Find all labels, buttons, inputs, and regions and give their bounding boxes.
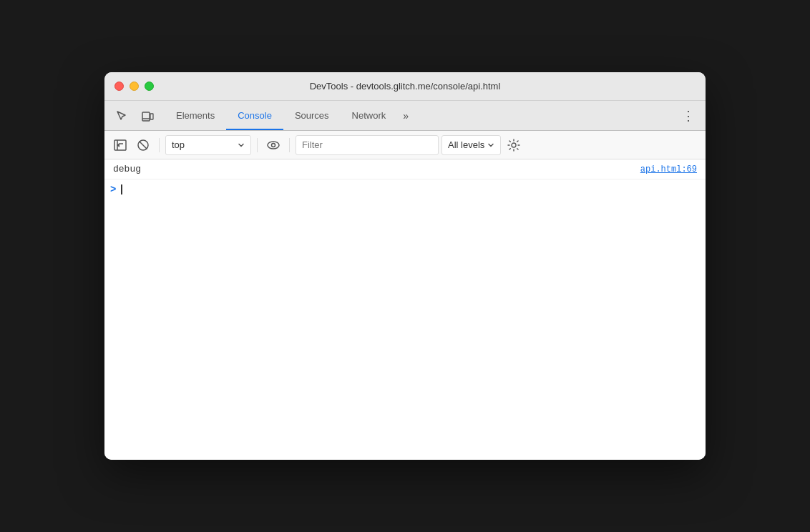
svg-point-10 — [272, 143, 275, 147]
console-cursor — [121, 184, 122, 194]
console-log-entry: debug api.html:69 — [104, 159, 706, 179]
inspect-icon-button[interactable] — [110, 104, 133, 127]
kebab-menu-button[interactable]: ⋮ — [677, 104, 700, 127]
filter-input[interactable] — [302, 139, 432, 150]
svg-rect-3 — [114, 140, 126, 150]
tab-bar: Elements Console Sources Network » ⋮ — [104, 101, 706, 131]
window-title: DevTools - devtools.glitch.me/console/ap… — [310, 81, 501, 92]
context-selector[interactable]: top — [165, 135, 251, 155]
close-button[interactable] — [114, 82, 124, 91]
maximize-button[interactable] — [145, 82, 154, 91]
tab-console[interactable]: Console — [226, 101, 283, 130]
toolbar-divider-2 — [257, 138, 258, 152]
svg-point-11 — [512, 143, 516, 147]
console-prompt: > — [110, 184, 116, 195]
filter-input-wrapper — [296, 135, 439, 155]
toolbar-divider-3 — [289, 138, 290, 152]
log-text: debug — [113, 164, 635, 174]
traffic-lights — [114, 82, 154, 91]
eye-icon-button[interactable] — [263, 135, 283, 155]
tab-bar-end: ⋮ — [677, 101, 700, 130]
console-input-row: > — [104, 179, 706, 200]
tabs-container: Elements Console Sources Network » — [165, 101, 677, 130]
tab-more[interactable]: » — [397, 101, 414, 130]
svg-point-9 — [268, 142, 279, 149]
tab-network[interactable]: Network — [341, 101, 398, 130]
minimize-button[interactable] — [130, 82, 139, 91]
console-content: debug api.html:69 > — [104, 159, 706, 460]
log-source-link[interactable]: api.html:69 — [640, 164, 697, 174]
devtools-window: DevTools - devtools.glitch.me/console/ap… — [104, 72, 706, 460]
tab-bar-icons — [110, 101, 159, 130]
tab-elements[interactable]: Elements — [165, 101, 226, 130]
device-toggle-button[interactable] — [136, 104, 159, 127]
clear-console-button[interactable] — [133, 135, 153, 155]
title-bar: DevTools - devtools.glitch.me/console/ap… — [104, 72, 706, 101]
toolbar-divider-1 — [159, 138, 160, 152]
log-levels-button[interactable]: All levels — [441, 135, 501, 155]
console-toolbar: top All levels — [104, 131, 706, 159]
settings-button[interactable] — [504, 135, 524, 155]
svg-line-8 — [140, 141, 147, 149]
tab-sources[interactable]: Sources — [283, 101, 341, 130]
svg-rect-0 — [142, 112, 150, 121]
sidebar-toggle-button[interactable] — [110, 135, 130, 155]
svg-rect-1 — [150, 114, 153, 119]
